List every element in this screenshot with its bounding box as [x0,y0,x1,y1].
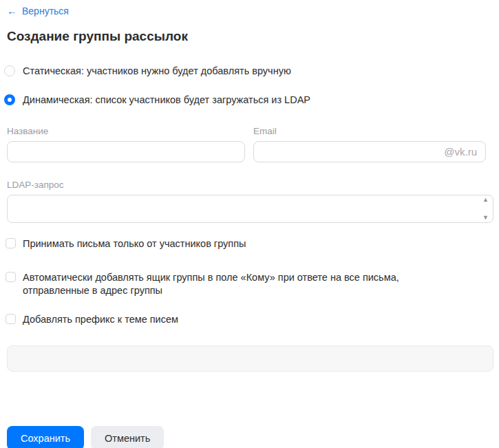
create-mailing-group-page: ← Вернуться Создание группы рассылок Ста… [0,0,499,448]
scroll-up-icon[interactable]: ▲ [482,197,489,203]
email-field-label: Email [253,126,486,136]
checkbox-members-only-row[interactable]: Принимать письма только от участников гр… [6,237,493,250]
email-input[interactable] [262,145,444,158]
email-field-group: Email @vk.ru [253,126,486,162]
form-actions: Сохранить Отменить [7,426,493,448]
name-field-group: Название [7,126,245,162]
back-link[interactable]: ← Вернуться [7,6,69,17]
ldap-textarea-wrapper: ▲ ▼ [7,195,493,223]
scroll-down-icon[interactable]: ▼ [482,215,489,221]
subject-prefix-input [7,345,493,372]
checkbox-members-only-label: Принимать письма только от участников гр… [23,237,246,250]
name-field-label: Название [7,126,245,136]
cancel-button[interactable]: Отменить [91,426,164,448]
checkbox-auto-add-label: Автоматически добавлять ящик группы в по… [23,271,456,297]
checkbox-subject-prefix-row[interactable]: Добавлять префикс к теме писем [6,313,493,326]
name-input[interactable] [7,141,245,162]
radio-static-label: Статическая: участников нужно будет доба… [23,65,291,76]
checkbox-subject-prefix-label: Добавлять префикс к теме писем [23,313,178,326]
checkbox-auto-add-icon[interactable] [6,272,16,282]
ldap-field-label: LDAP-запрос [7,180,493,190]
radio-dynamic-label: Динамическая: список участников будет за… [23,94,310,105]
textarea-scrollbar[interactable]: ▲ ▼ [480,197,491,221]
checkbox-auto-add-to-field-row[interactable]: Автоматически добавлять ящик группы в по… [6,271,493,297]
radio-dynamic-icon[interactable] [4,94,15,105]
radio-static-group[interactable]: Статическая: участников нужно будет доба… [4,65,493,76]
email-domain-suffix: @vk.ru [444,146,477,158]
checkbox-subject-prefix-icon[interactable] [6,314,16,324]
back-link-label: Вернуться [22,6,69,17]
page-title: Создание группы рассылок [7,29,493,44]
radio-dynamic-group[interactable]: Динамическая: список участников будет за… [4,94,493,105]
radio-static-icon[interactable] [4,65,15,76]
name-email-row: Название Email @vk.ru [7,126,493,162]
save-button[interactable]: Сохранить [7,426,84,448]
back-arrow-icon: ← [7,6,17,16]
checkbox-members-only-icon[interactable] [6,238,16,248]
ldap-query-textarea[interactable] [8,195,476,222]
email-input-wrapper[interactable]: @vk.ru [253,141,486,162]
